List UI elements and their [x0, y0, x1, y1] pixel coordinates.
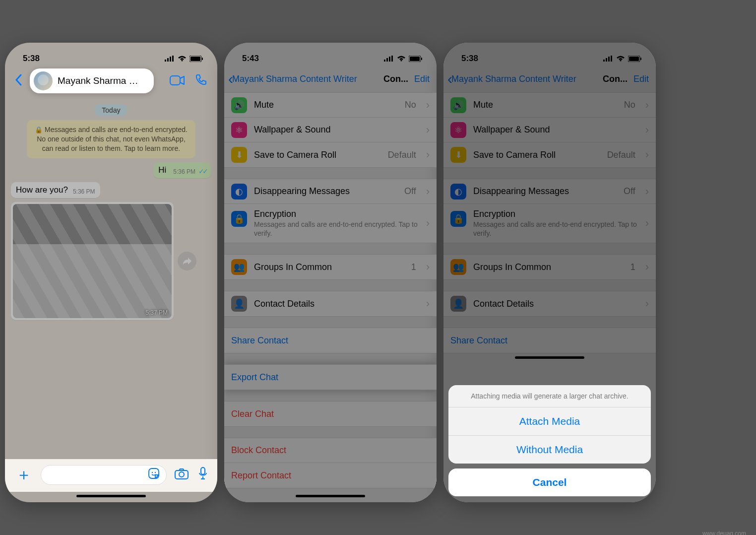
camera-icon — [175, 468, 189, 479]
status-time: 5:38 — [23, 54, 40, 64]
home-indicator[interactable] — [515, 356, 584, 359]
svg-rect-7 — [202, 58, 203, 60]
phone-icon — [195, 73, 207, 85]
svg-point-11 — [155, 472, 156, 473]
svg-rect-8 — [170, 76, 180, 85]
attach-button[interactable]: ＋ — [13, 464, 35, 486]
wifi-icon — [178, 56, 187, 62]
mic-button[interactable] — [196, 467, 209, 483]
avatar — [34, 71, 53, 90]
sheet-hint: Attaching media will generate a larger c… — [448, 385, 651, 407]
contact-header-pill[interactable]: Mayank Sharma Co... — [30, 68, 154, 93]
action-sheet: Attaching media will generate a larger c… — [448, 385, 651, 496]
cancel-button[interactable]: Cancel — [448, 468, 651, 496]
status-bar: 5:38 — [5, 43, 217, 67]
battery-icon — [189, 56, 203, 62]
svg-rect-6 — [190, 57, 200, 61]
svg-rect-2 — [170, 57, 171, 62]
phone-export-sheet: 5:38 ‹ Mayank Sharma Content Writer Con.… — [443, 43, 656, 502]
attach-media-button[interactable]: Attach Media — [448, 407, 651, 436]
signal-icon — [165, 56, 175, 62]
video-icon — [170, 75, 185, 85]
contact-name: Mayank Sharma Co... — [58, 75, 144, 86]
input-bar: ＋ — [5, 459, 217, 492]
sticker-icon[interactable] — [148, 468, 159, 482]
status-right — [165, 56, 203, 62]
camera-button[interactable] — [173, 468, 190, 483]
svg-rect-1 — [167, 58, 169, 62]
voice-call-button[interactable] — [192, 71, 210, 91]
video-call-button[interactable] — [167, 71, 188, 91]
svg-point-10 — [152, 472, 153, 473]
dim-overlay — [5, 43, 217, 502]
chevron-left-icon — [15, 74, 22, 86]
back-button[interactable] — [12, 70, 25, 91]
dim-overlay — [224, 43, 437, 502]
phone-contact-info: 5:43 ‹ Mayank Sharma Content Writer Con.… — [224, 43, 437, 502]
without-media-button[interactable]: Without Media — [448, 436, 651, 464]
watermark: www.deuaq.com — [702, 530, 746, 535]
svg-point-13 — [179, 472, 184, 477]
svg-rect-3 — [172, 56, 174, 62]
chat-header: Mayank Sharma Co... — [5, 67, 217, 100]
svg-point-4 — [181, 60, 183, 61]
phone-chat-screen: 5:38 Mayank Sharma Co... — [5, 43, 217, 502]
message-input[interactable] — [41, 465, 167, 485]
home-indicator[interactable] — [76, 495, 146, 497]
svg-rect-0 — [165, 60, 166, 62]
sheet-options: Attaching media will generate a larger c… — [448, 385, 651, 464]
mic-icon — [198, 467, 207, 480]
svg-rect-14 — [201, 468, 205, 474]
